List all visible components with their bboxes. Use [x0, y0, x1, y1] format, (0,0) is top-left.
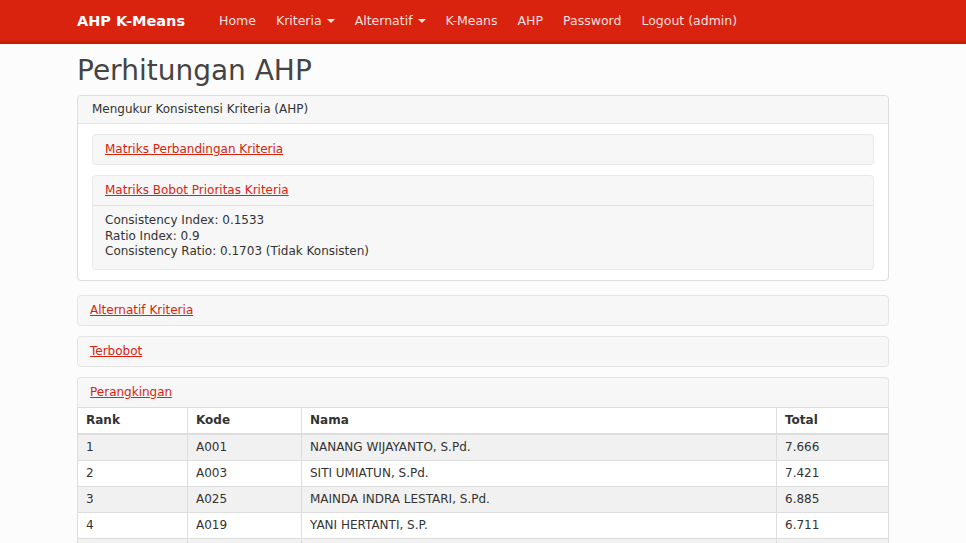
- consistency-ratio-text: Consistency Ratio: 0.1703 (Tidak Konsist…: [105, 244, 861, 260]
- ratio-index-text: Ratio Index: 0.9: [105, 229, 861, 245]
- column-header-kode: Kode: [188, 407, 302, 434]
- consistency-panel-header: Mengukur Konsistensi Kriteria (AHP): [78, 96, 888, 124]
- cell-kode: A025: [188, 486, 302, 512]
- cell-total: 6.885: [777, 486, 889, 512]
- alternatif-kriteria-link[interactable]: Alternatif Kriteria: [90, 303, 193, 317]
- nav-item-alternatif-label: Alternatif: [355, 13, 413, 28]
- caret-down-icon: [327, 19, 335, 23]
- ranking-table: Rank Kode Nama Total 1 A001 NANANG WIJAY…: [77, 407, 889, 543]
- cell-nama: NANANG WIJAYANTO, S.Pd.: [302, 434, 777, 461]
- matriks-perbandingan-heading: Matriks Perbandingan Kriteria: [93, 135, 873, 164]
- nav-item-password-label: Password: [563, 13, 621, 28]
- navbar-container: AHP K-Means Home Kriteria Alternatif K-M…: [77, 0, 889, 41]
- cell-rank: 4: [78, 512, 188, 538]
- cell-rank: 2: [78, 460, 188, 486]
- navbar: AHP K-Means Home Kriteria Alternatif K-M…: [0, 0, 966, 44]
- nav-item-password[interactable]: Password: [553, 13, 631, 28]
- cell-total: 7.666: [777, 434, 889, 461]
- matriks-perbandingan-panel: Matriks Perbandingan Kriteria: [92, 134, 874, 165]
- cell-kode: A003: [188, 460, 302, 486]
- ranking-table-header-row: Rank Kode Nama Total: [78, 407, 889, 434]
- matriks-bobot-link[interactable]: Matriks Bobot Prioritas Kriteria: [105, 183, 289, 197]
- matriks-perbandingan-link[interactable]: Matriks Perbandingan Kriteria: [105, 142, 283, 156]
- table-row: 3 A025 MAINDA INDRA LESTARI, S.Pd. 6.885: [78, 486, 889, 512]
- nav-item-kriteria-label: Kriteria: [276, 13, 322, 28]
- column-header-total: Total: [777, 407, 889, 434]
- consistency-index-text: Consistency Index: 0.1533: [105, 213, 861, 229]
- cell-rank: 1: [78, 434, 188, 461]
- cell-total: 7.421: [777, 460, 889, 486]
- consistency-stats: Consistency Index: 0.1533 Ratio Index: 0…: [93, 206, 873, 269]
- nav-item-alternatif[interactable]: Alternatif: [345, 13, 436, 28]
- table-row: 1 A001 NANANG WIJAYANTO, S.Pd. 7.666: [78, 434, 889, 461]
- table-row: 2 A003 SITI UMIATUN, S.Pd. 7.421: [78, 460, 889, 486]
- column-header-nama: Nama: [302, 407, 777, 434]
- navbar-menu: Home Kriteria Alternatif K-Means AHP Pas…: [209, 13, 747, 28]
- cell-kode: A022: [188, 538, 302, 543]
- nav-item-home-label: Home: [219, 13, 256, 28]
- navbar-brand[interactable]: AHP K-Means: [77, 13, 185, 29]
- terbobot-link[interactable]: Terbobot: [90, 344, 142, 358]
- cell-nama: FRENKI ARDE VENDRA, S.Kom.: [302, 538, 777, 543]
- cell-total: 6.711: [777, 512, 889, 538]
- nav-item-kmeans-label: K-Means: [446, 13, 498, 28]
- cell-nama: MAINDA INDRA LESTARI, S.Pd.: [302, 486, 777, 512]
- nav-item-home[interactable]: Home: [209, 13, 266, 28]
- column-header-rank: Rank: [78, 407, 188, 434]
- nav-item-kriteria[interactable]: Kriteria: [266, 13, 345, 28]
- main-container: Perhitungan AHP Mengukur Konsistensi Kri…: [77, 55, 889, 543]
- nav-item-logout-label: Logout (admin): [641, 13, 737, 28]
- nav-item-ahp[interactable]: AHP: [508, 13, 554, 28]
- matriks-bobot-heading: Matriks Bobot Prioritas Kriteria: [93, 176, 873, 206]
- alternatif-kriteria-panel: Alternatif Kriteria: [77, 295, 889, 326]
- page-title: Perhitungan AHP: [77, 55, 889, 87]
- terbobot-panel: Terbobot: [77, 336, 889, 367]
- cell-rank: 3: [78, 486, 188, 512]
- consistency-panel-body: Matriks Perbandingan Kriteria Matriks Bo…: [78, 124, 888, 280]
- cell-nama: SITI UMIATUN, S.Pd.: [302, 460, 777, 486]
- matriks-bobot-panel: Matriks Bobot Prioritas Kriteria Consist…: [92, 175, 874, 270]
- table-row: 5 A022 FRENKI ARDE VENDRA, S.Kom. 5.642: [78, 538, 889, 543]
- table-row: 4 A019 YANI HERTANTI, S.P. 6.711: [78, 512, 889, 538]
- cell-kode: A001: [188, 434, 302, 461]
- cell-total: 5.642: [777, 538, 889, 543]
- perangkingan-link[interactable]: Perangkingan: [90, 385, 172, 399]
- consistency-panel: Mengukur Konsistensi Kriteria (AHP) Matr…: [77, 95, 889, 281]
- cell-nama: YANI HERTANTI, S.P.: [302, 512, 777, 538]
- cell-rank: 5: [78, 538, 188, 543]
- perangkingan-panel: Perangkingan: [77, 377, 889, 407]
- nav-item-logout[interactable]: Logout (admin): [631, 13, 747, 28]
- nav-item-ahp-label: AHP: [518, 13, 544, 28]
- nav-item-kmeans[interactable]: K-Means: [436, 13, 508, 28]
- cell-kode: A019: [188, 512, 302, 538]
- caret-down-icon: [418, 19, 426, 23]
